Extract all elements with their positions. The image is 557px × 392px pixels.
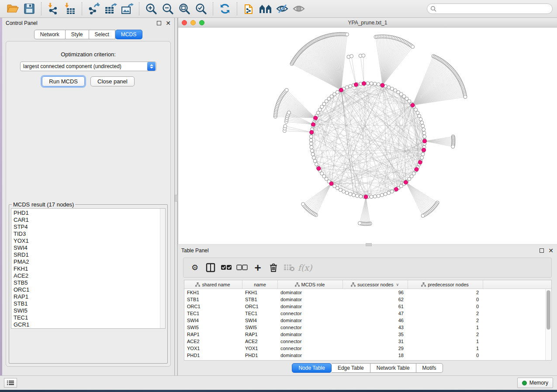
mcds-result-item[interactable]: YOX1 xyxy=(14,237,160,244)
mcds-result-item[interactable]: RAP1 xyxy=(14,293,160,300)
delete-column-icon[interactable] xyxy=(266,261,280,275)
add-column-icon[interactable]: + xyxy=(251,261,265,275)
table-cell: ORC1 xyxy=(242,304,278,309)
hide-selected-icon[interactable] xyxy=(275,1,290,16)
tab-edge-table[interactable]: Edge Table xyxy=(332,363,370,373)
table-cell: 0 xyxy=(408,297,483,302)
tab-mcds[interactable]: MCDS xyxy=(115,30,142,39)
table-cell: 2 xyxy=(408,311,483,316)
mcds-list-scrollbar[interactable] xyxy=(160,209,165,328)
splitter-grip[interactable] xyxy=(366,243,372,246)
mcds-result-item[interactable]: ACE2 xyxy=(14,272,160,279)
table-cell: FKH1 xyxy=(184,290,242,295)
tab-select[interactable]: Select xyxy=(89,30,115,39)
show-all-icon[interactable] xyxy=(291,1,306,16)
table-row[interactable]: TEC1TEC1connector472 xyxy=(184,310,551,317)
close-panel-button[interactable]: Close panel xyxy=(90,76,135,86)
mcds-result-item[interactable]: STP4 xyxy=(14,224,160,230)
mcds-result-item[interactable]: TEC1 xyxy=(14,314,160,321)
table-cell: YOX1 xyxy=(184,346,242,351)
network-window-title: YPA_prune.txt_1 xyxy=(178,20,557,26)
network-canvas[interactable] xyxy=(178,28,557,244)
select-all-rows-icon[interactable] xyxy=(219,261,233,275)
mcds-result-item[interactable]: CAR1 xyxy=(14,217,160,224)
splitter-grip[interactable] xyxy=(175,195,178,202)
table-row[interactable]: SWI5SWI5connector431 xyxy=(184,324,551,331)
run-mcds-button[interactable]: Run MCDS xyxy=(42,76,85,86)
table-scrollbar-thumb[interactable] xyxy=(547,290,550,330)
close-panel-icon[interactable]: ✕ xyxy=(166,21,171,25)
mcds-result-item[interactable]: PHD1 xyxy=(14,210,160,217)
task-history-button[interactable] xyxy=(4,378,17,388)
network-document-icon[interactable] xyxy=(242,1,256,16)
table-cell: ORC1 xyxy=(184,304,242,309)
table-scrollbar[interactable] xyxy=(545,289,551,360)
tab-motifs[interactable]: Motifs xyxy=(416,363,443,373)
table-row[interactable]: FKH1FKH1dominator962 xyxy=(184,289,551,296)
tab-node-table[interactable]: Node Table xyxy=(292,363,332,373)
table-row[interactable]: RAP1RAP1dominator352 xyxy=(184,331,551,338)
vertical-splitter[interactable] xyxy=(175,18,178,375)
table-cell: 0 xyxy=(408,304,483,309)
horizontal-splitter[interactable] xyxy=(178,244,557,245)
mcds-result-item[interactable]: FKH1 xyxy=(14,265,160,272)
deselect-all-rows-icon[interactable] xyxy=(235,261,249,275)
float-panel-icon[interactable] xyxy=(540,248,544,253)
export-table-icon[interactable] xyxy=(103,1,118,16)
first-neighbors-icon[interactable] xyxy=(258,1,273,16)
table-row[interactable]: SWI4SWI4dominator462 xyxy=(184,317,551,324)
tab-style[interactable]: Style xyxy=(66,30,89,39)
table-cell: FKH1 xyxy=(242,290,278,295)
criterion-select[interactable]: largest connected component (undirected) xyxy=(20,62,156,71)
save-session-icon[interactable] xyxy=(22,1,37,16)
table-cell: 29 xyxy=(343,346,408,351)
show-columns-icon[interactable] xyxy=(204,261,218,275)
tab-network[interactable]: Network xyxy=(34,30,66,39)
table-settings-gear-icon[interactable]: ⚙ xyxy=(188,261,202,275)
memory-button[interactable]: Memory xyxy=(517,378,553,388)
table-cell: 0 xyxy=(408,353,483,358)
close-panel-icon[interactable]: ✕ xyxy=(548,248,554,253)
table-cell: PHD1 xyxy=(184,353,242,358)
column-header-predecessor-nodes[interactable]: predecessor nodes xyxy=(408,280,483,289)
export-image-icon[interactable] xyxy=(120,1,135,16)
table-row[interactable]: PHD1PHD1dominator180 xyxy=(184,352,551,359)
zoom-in-icon[interactable] xyxy=(144,1,159,16)
column-header-shared-name[interactable]: shared name xyxy=(184,280,242,289)
mcds-result-item[interactable]: PMA2 xyxy=(14,258,160,265)
zoom-fit-icon[interactable] xyxy=(177,1,192,16)
mcds-result-group: MCDS result (17 nodes) PHD1CAR1STP4TID3Y… xyxy=(9,201,168,364)
table-row[interactable]: ORC1ORC1dominator610 xyxy=(184,303,551,310)
export-network-icon[interactable] xyxy=(86,1,101,16)
mcds-result-item[interactable]: SWI4 xyxy=(14,244,160,251)
table-cell: 61 xyxy=(343,304,408,309)
mcds-result-item[interactable]: TID3 xyxy=(14,230,160,237)
zoom-out-icon[interactable] xyxy=(160,1,175,16)
table-cell: dominator xyxy=(278,297,343,302)
mcds-result-item[interactable]: STB5 xyxy=(14,279,160,286)
mcds-result-item[interactable]: SRD1 xyxy=(14,251,160,258)
table-row[interactable]: STB1STB1dominator620 xyxy=(184,296,551,303)
node-table-header: shared namenameMCDS rolesuccessor nodes∨… xyxy=(184,280,551,289)
open-file-icon[interactable] xyxy=(5,1,20,16)
toolbar-separator xyxy=(139,2,139,15)
mcds-result-item[interactable]: GCR1 xyxy=(14,321,160,328)
column-header-name[interactable]: name xyxy=(242,280,278,289)
import-table-icon[interactable] xyxy=(62,1,77,16)
table-row[interactable]: YOX1YOX1connector291 xyxy=(184,345,551,352)
table-cell: 96 xyxy=(343,290,408,295)
import-network-icon[interactable] xyxy=(46,1,61,16)
mcds-result-item[interactable]: SWI5 xyxy=(14,307,160,314)
table-panel: Table Panel ✕ ⚙+f(x) shared namenameMCDS… xyxy=(178,245,557,375)
tab-network-table[interactable]: Network Table xyxy=(370,363,416,373)
column-header-successor-nodes[interactable]: successor nodes∨ xyxy=(343,280,408,289)
column-header-mcds-role[interactable]: MCDS role xyxy=(278,280,343,289)
mcds-result-item[interactable]: STB1 xyxy=(14,300,160,307)
zoom-selected-icon[interactable] xyxy=(194,1,208,16)
table-cell: 1 xyxy=(408,325,483,330)
apply-layout-icon[interactable] xyxy=(218,1,232,16)
float-panel-icon[interactable] xyxy=(157,21,161,25)
table-row[interactable]: ACE2ACE2connector311 xyxy=(184,338,551,345)
search-input[interactable] xyxy=(427,3,553,14)
mcds-result-item[interactable]: ORC1 xyxy=(14,286,160,293)
